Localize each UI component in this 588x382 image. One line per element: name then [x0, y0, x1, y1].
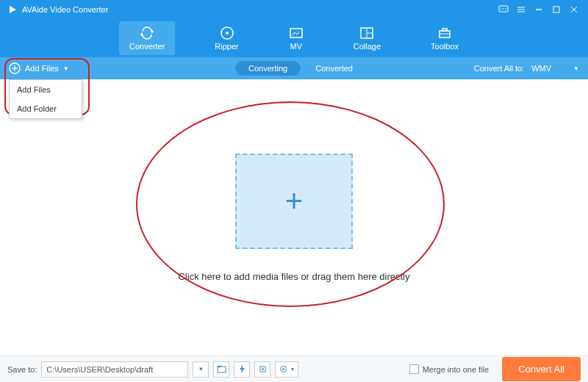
- collage-icon: [359, 26, 374, 40]
- nav-label: Converter: [129, 42, 165, 51]
- merge-checkbox[interactable]: Merge into one file: [409, 364, 490, 374]
- gear-icon: [279, 364, 288, 374]
- nav-label: MV: [290, 42, 302, 51]
- nav-ripper[interactable]: Ripper: [204, 21, 248, 55]
- close-icon[interactable]: [567, 3, 581, 16]
- nav-collage[interactable]: Collage: [343, 21, 391, 55]
- main-area: + Click here to add media files or drag …: [0, 79, 588, 356]
- svg-point-32: [282, 368, 284, 370]
- merge-label: Merge into one file: [423, 365, 490, 374]
- chevron-down-icon: ▼: [573, 65, 579, 72]
- nav-toolbox[interactable]: Toolbox: [420, 21, 469, 55]
- app-title: AVAide Video Converter: [22, 5, 108, 14]
- feedback-icon[interactable]: [497, 3, 510, 16]
- minimize-icon[interactable]: [532, 3, 545, 16]
- settings-button[interactable]: ▼: [275, 361, 298, 378]
- high-speed-button[interactable]: [254, 361, 270, 378]
- lightning-icon: [237, 364, 247, 374]
- add-files-button[interactable]: Add Files ▼: [9, 62, 69, 74]
- plus-icon: +: [285, 184, 304, 219]
- maximize-icon[interactable]: [550, 3, 563, 16]
- format-value: WMV: [531, 64, 551, 73]
- navbar: Converter Ripper MV Collage Toolbox: [0, 19, 588, 57]
- dropdown-add-files[interactable]: Add Files: [10, 80, 82, 99]
- format-select[interactable]: WMV ▼: [531, 64, 579, 73]
- chevron-down-icon: ▼: [290, 367, 295, 372]
- svg-point-3: [503, 8, 504, 10]
- chevron-down-icon: ▼: [63, 65, 69, 72]
- nav-mv[interactable]: MV: [279, 21, 314, 55]
- mv-icon: [289, 26, 304, 40]
- save-to-dropdown[interactable]: ▼: [193, 361, 209, 378]
- svg-rect-9: [553, 7, 559, 12]
- svg-marker-12: [151, 29, 154, 34]
- hardware-accel-button[interactable]: [234, 361, 250, 378]
- svg-rect-16: [290, 29, 302, 37]
- convert-all-to-label: Convert All to:: [474, 64, 524, 73]
- ripper-icon: [220, 26, 234, 40]
- save-to-path[interactable]: C:\Users\USER\Desktop\draft: [41, 361, 188, 378]
- menu-icon[interactable]: [514, 3, 528, 16]
- nav-label: Collage: [354, 42, 381, 51]
- svg-rect-27: [218, 366, 221, 367]
- dropdown-add-folder[interactable]: Add Folder: [10, 99, 82, 118]
- add-files-dropdown: Add Files Add Folder: [9, 79, 82, 119]
- toolbox-icon: [437, 26, 452, 40]
- svg-marker-0: [10, 6, 16, 13]
- convert-all-button[interactable]: Convert All: [502, 357, 581, 381]
- checkbox-icon: [409, 364, 419, 374]
- svg-point-4: [505, 8, 506, 10]
- titlebar: AVAide Video Converter: [0, 0, 588, 19]
- chip-icon: [258, 364, 268, 374]
- plus-circle-icon: [9, 62, 21, 74]
- dropzone[interactable]: +: [235, 154, 353, 249]
- tab-converted[interactable]: Converted: [315, 64, 353, 73]
- svg-point-2: [501, 8, 502, 10]
- add-files-label: Add Files: [25, 64, 59, 73]
- converter-icon: [140, 26, 154, 40]
- open-folder-button[interactable]: [213, 361, 229, 378]
- chevron-down-icon: ▼: [198, 366, 204, 372]
- svg-rect-21: [442, 29, 447, 31]
- app-logo-icon: [7, 4, 18, 15]
- svg-marker-13: [140, 32, 143, 37]
- dropzone-hint: Click here to add media files or drag th…: [178, 271, 409, 282]
- save-to-label: Save to:: [7, 365, 37, 374]
- tab-converting[interactable]: Converting: [235, 61, 301, 76]
- nav-converter[interactable]: Converter: [119, 21, 175, 55]
- bottombar: Save to: C:\Users\USER\Desktop\draft ▼ ▼…: [0, 356, 588, 382]
- folder-icon: [217, 364, 226, 374]
- svg-rect-26: [218, 367, 226, 372]
- svg-point-30: [262, 368, 264, 370]
- subbar: Add Files ▼ Converting Converted Convert…: [0, 57, 588, 79]
- nav-label: Ripper: [215, 42, 238, 51]
- svg-point-15: [226, 32, 229, 35]
- svg-marker-28: [240, 365, 245, 373]
- nav-label: Toolbox: [431, 42, 459, 51]
